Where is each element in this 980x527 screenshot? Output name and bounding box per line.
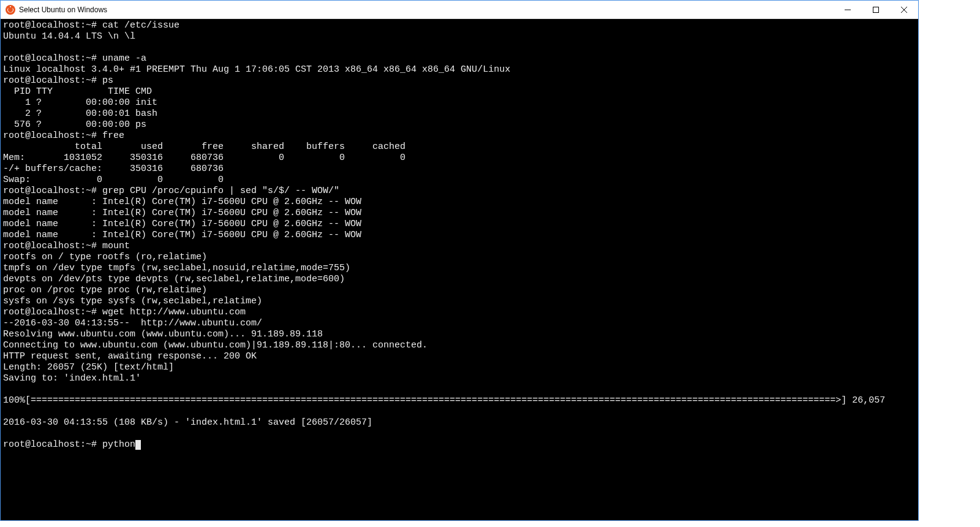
terminal-line: proc on /proc type proc (rw,relatime) [3, 285, 916, 296]
maximize-button[interactable] [862, 1, 890, 18]
prompt-input[interactable]: python [102, 439, 135, 450]
terminal-line: HTTP request sent, awaiting response... … [3, 351, 916, 362]
terminal-line: Swap: 0 0 0 [3, 175, 916, 186]
terminal-line: model name : Intel(R) Core(TM) i7-5600U … [3, 219, 916, 230]
terminal-line: root@localhost:~# ps [3, 75, 916, 86]
terminal-prompt-line[interactable]: root@localhost:~# python [3, 439, 916, 450]
minimize-button[interactable] [834, 1, 862, 18]
terminal-line: 2 ? 00:00:01 bash [3, 108, 916, 119]
terminal-line: 100%[===================================… [3, 395, 916, 406]
cursor [135, 440, 141, 450]
window-controls [834, 1, 918, 18]
close-button[interactable] [890, 1, 918, 18]
terminal-area[interactable]: root@localhost:~# cat /etc/issueUbuntu 1… [1, 19, 918, 520]
terminal-line: sysfs on /sys type sysfs (rw,seclabel,re… [3, 296, 916, 307]
terminal-line: root@localhost:~# mount [3, 241, 916, 252]
titlebar[interactable]: Select Ubuntu on Windows [1, 1, 918, 19]
terminal-line: model name : Intel(R) Core(TM) i7-5600U … [3, 230, 916, 241]
terminal-line: tmpfs on /dev type tmpfs (rw,seclabel,no… [3, 263, 916, 274]
terminal-line: root@localhost:~# grep CPU /proc/cpuinfo… [3, 186, 916, 197]
terminal-line: PID TTY TIME CMD [3, 86, 916, 97]
terminal-line: Mem: 1031052 350316 680736 0 0 0 [3, 153, 916, 164]
terminal-line: Linux localhost 3.4.0+ #1 PREEMPT Thu Au… [3, 64, 916, 75]
terminal-line: model name : Intel(R) Core(TM) i7-5600U … [3, 208, 916, 219]
minimize-icon [845, 7, 851, 13]
terminal-line: root@localhost:~# cat /etc/issue [3, 20, 916, 31]
terminal-line: 576 ? 00:00:00 ps [3, 119, 916, 131]
terminal-line: Length: 26057 (25K) [text/html] [3, 362, 916, 373]
terminal-line: Connecting to www.ubuntu.com (www.ubuntu… [3, 340, 916, 351]
terminal-line: -/+ buffers/cache: 350316 680736 [3, 164, 916, 175]
terminal-line: root@localhost:~# free [3, 131, 916, 142]
terminal-line: root@localhost:~# wget http://www.ubuntu… [3, 307, 916, 318]
ubuntu-icon [6, 5, 15, 15]
terminal-line: 2016-03-30 04:13:55 (108 KB/s) - 'index.… [3, 417, 916, 428]
terminal-line: root@localhost:~# uname -a [3, 53, 916, 64]
terminal-line: devpts on /dev/pts type devpts (rw,secla… [3, 274, 916, 285]
terminal-line: rootfs on / type rootfs (ro,relatime) [3, 252, 916, 263]
terminal-line [3, 406, 916, 417]
terminal-line: Saving to: 'index.html.1' [3, 373, 916, 384]
terminal-line: Ubuntu 14.04.4 LTS \n \l [3, 31, 916, 42]
window-title: Select Ubuntu on Windows [19, 6, 107, 14]
terminal-line: Resolving www.ubuntu.com (www.ubuntu.com… [3, 329, 916, 340]
maximize-icon [873, 7, 879, 13]
application-window: Select Ubuntu on Windows root@localhost:… [0, 0, 919, 521]
prompt-prefix: root@localhost:~# [3, 439, 102, 450]
terminal-line: 1 ? 00:00:00 init [3, 97, 916, 108]
terminal-line: model name : Intel(R) Core(TM) i7-5600U … [3, 197, 916, 208]
terminal-line: total used free shared buffers cached [3, 142, 916, 153]
terminal-line [3, 42, 916, 53]
terminal-line: --2016-03-30 04:13:55-- http://www.ubunt… [3, 318, 916, 329]
terminal-line [3, 384, 916, 395]
svg-rect-1 [873, 7, 879, 12]
terminal-line [3, 428, 916, 439]
close-icon [901, 7, 907, 13]
